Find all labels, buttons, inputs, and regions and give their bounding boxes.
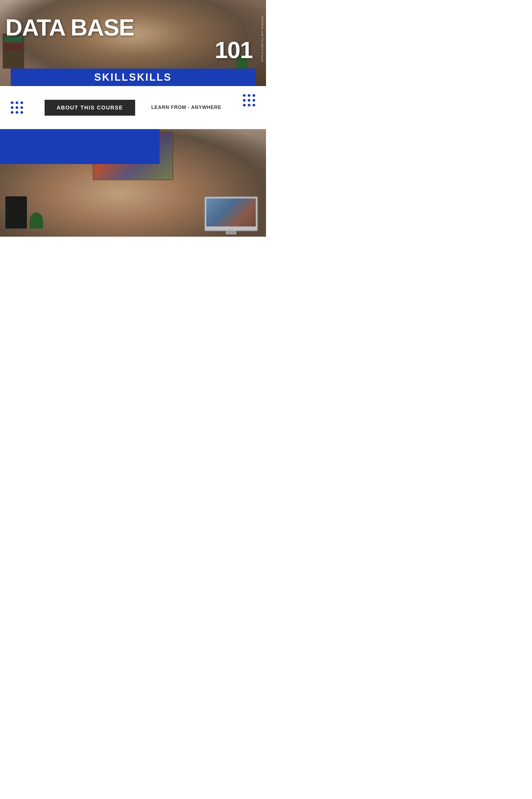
dot-2 <box>16 102 18 104</box>
dot-r7 <box>243 104 246 107</box>
dot-4 <box>11 106 14 109</box>
hero-title-101: 101 <box>5 39 261 61</box>
dot-r6 <box>252 99 255 102</box>
monitor-decoration <box>204 196 258 231</box>
vertical-brand-text: Skillskills.com For More Course <box>261 16 264 62</box>
dot-r8 <box>248 104 250 107</box>
dot-7 <box>11 111 14 114</box>
hero-section: DATA BASE 101 Skillskills.com For More C… <box>0 0 266 86</box>
dot-r3 <box>252 94 255 97</box>
blue-overlay-rect <box>0 129 159 164</box>
dot-r5 <box>248 99 250 102</box>
speaker-device <box>5 196 27 229</box>
dot-3 <box>20 102 23 104</box>
dot-9 <box>20 111 23 114</box>
dot-6 <box>20 106 23 109</box>
monitor-screen <box>206 198 256 226</box>
second-hero-section <box>0 129 266 237</box>
dots-grid-left <box>11 102 23 114</box>
plant-left-decoration <box>30 213 43 229</box>
dot-r1 <box>243 94 246 97</box>
dot-5 <box>16 106 18 109</box>
dot-r4 <box>243 99 246 102</box>
dots-decoration-right <box>243 94 255 107</box>
brand-name: SKILLSKILLS <box>94 72 172 83</box>
dot-1 <box>11 102 14 104</box>
monitor-stand <box>226 231 236 235</box>
brand-banner: SKILLSKILLS <box>11 69 255 86</box>
dot-r9 <box>252 104 255 107</box>
learn-from-label: LEARN FROM - ANYWHERE <box>151 104 222 111</box>
dots-decoration-left <box>11 102 23 114</box>
dots-grid-right <box>243 94 255 107</box>
dot-r2 <box>248 94 250 97</box>
middle-section: ABOUT THIS COURSE LEARN FROM - ANYWHERE <box>0 86 266 129</box>
dot-8 <box>16 111 18 114</box>
hero-title-database: DATA BASE <box>5 16 261 39</box>
about-course-button[interactable]: ABOUT THIS COURSE <box>44 100 135 116</box>
